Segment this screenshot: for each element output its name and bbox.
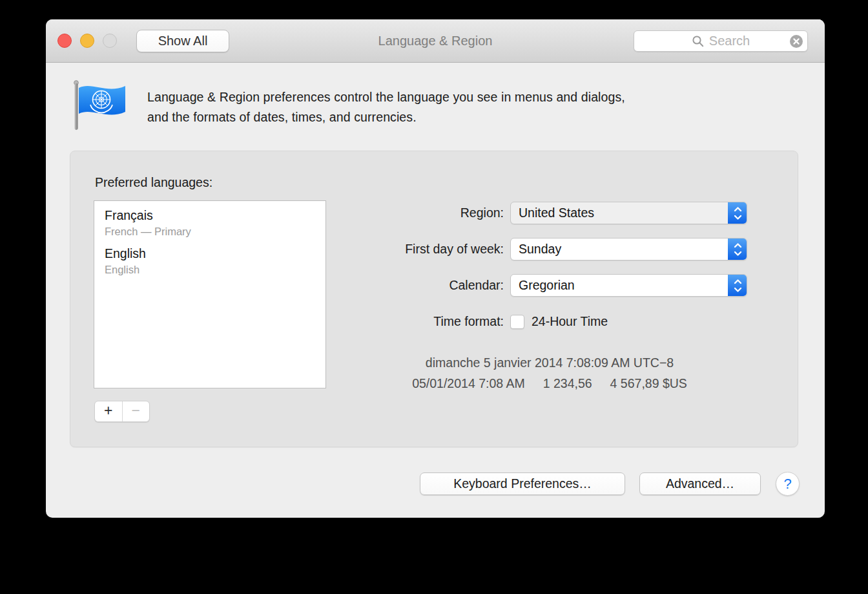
help-button[interactable]: ?	[776, 472, 800, 496]
region-label: Region:	[304, 202, 504, 224]
preview-number: 1 234,56	[543, 376, 592, 391]
format-preview: dimanche 5 janvier 2014 7:08:09 AM UTC−8…	[382, 355, 718, 391]
list-item-english[interactable]: English English	[94, 239, 326, 277]
description-line-1: Language & Region preferences control th…	[147, 87, 625, 107]
language-detail: French — Primary	[105, 226, 315, 238]
24-hour-time-checkbox[interactable]	[510, 315, 524, 329]
first-day-label: First day of week:	[304, 238, 504, 260]
language-name: English	[105, 246, 315, 261]
add-language-button[interactable]: +	[95, 401, 123, 421]
first-day-popup[interactable]: Sunday	[510, 238, 747, 260]
add-remove-control: + −	[94, 401, 150, 422]
preferred-languages-list[interactable]: Français French — Primary English Englis…	[94, 200, 326, 388]
search-clear-icon[interactable]	[789, 34, 803, 48]
un-flag-icon	[70, 79, 127, 134]
minimize-button[interactable]	[80, 34, 94, 48]
preference-description: Language & Region preferences control th…	[147, 87, 625, 127]
close-button[interactable]	[57, 34, 72, 48]
desktop-background: Language & Region Show All Search	[0, 0, 868, 594]
keyboard-preferences-button[interactable]: Keyboard Preferences…	[420, 472, 625, 495]
region-value: United States	[511, 206, 728, 220]
preferred-languages-label: Preferred languages:	[95, 175, 212, 190]
24-hour-time-label: 24-Hour Time	[532, 314, 608, 329]
first-day-value: Sunday	[511, 242, 728, 257]
search-input[interactable]: Search	[634, 30, 808, 52]
advanced-button[interactable]: Advanced…	[639, 472, 761, 495]
search-icon	[692, 35, 705, 48]
list-item-francais[interactable]: Français French — Primary	[94, 201, 326, 239]
show-all-button[interactable]: Show All	[136, 30, 229, 52]
description-line-2: and the formats of dates, times, and cur…	[147, 107, 625, 127]
region-popup[interactable]: United States	[510, 202, 747, 224]
language-region-window: Language & Region Show All Search	[46, 19, 825, 518]
preview-short-date: 05/01/2014 7:08 AM	[412, 376, 525, 391]
popup-chevrons-icon	[728, 202, 747, 224]
window-toolbar: Language & Region Show All Search	[46, 19, 825, 63]
remove-language-button[interactable]: −	[123, 401, 150, 421]
time-format-label: Time format:	[304, 310, 504, 333]
calendar-value: Gregorian	[511, 278, 728, 293]
preview-full-date: dimanche 5 janvier 2014 7:08:09 AM UTC−8	[382, 355, 718, 370]
zoom-button	[103, 34, 117, 48]
traffic-lights	[57, 34, 117, 48]
language-name: Français	[105, 208, 315, 223]
calendar-label: Calendar:	[304, 274, 504, 297]
calendar-popup[interactable]: Gregorian	[510, 274, 747, 297]
language-detail: English	[105, 264, 315, 276]
preview-currency: 4 567,89 $US	[610, 376, 687, 391]
search-placeholder-text: Search	[709, 34, 750, 48]
popup-chevrons-icon	[728, 274, 747, 297]
popup-chevrons-icon	[728, 238, 747, 260]
